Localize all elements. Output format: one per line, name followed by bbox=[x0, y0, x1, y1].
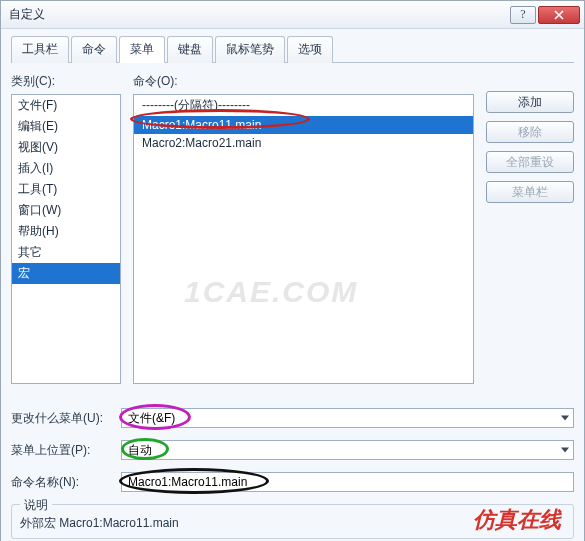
cmd-name-row: 命令名称(N): Macro1:Macro11.main bbox=[11, 472, 574, 492]
list-item[interactable]: 帮助(H) bbox=[12, 221, 120, 242]
list-item[interactable]: 视图(V) bbox=[12, 137, 120, 158]
dialog-title: 自定义 bbox=[9, 6, 508, 23]
commands-column: 命令(O): --------(分隔符)-------- Macro1:Macr… bbox=[133, 73, 474, 384]
list-item[interactable]: 工具(T) bbox=[12, 179, 120, 200]
commands-listbox[interactable]: --------(分隔符)-------- Macro1:Macro11.mai… bbox=[133, 94, 474, 384]
menu-pos-row: 菜单上位置(P): 自动 bbox=[11, 440, 574, 460]
remove-button[interactable]: 移除 bbox=[486, 121, 574, 143]
categories-label: 类别(C): bbox=[11, 73, 121, 90]
description-title: 说明 bbox=[20, 497, 52, 514]
change-menu-label: 更改什么菜单(U): bbox=[11, 410, 121, 427]
list-item[interactable]: Macro1:Macro11.main bbox=[134, 116, 473, 134]
commands-label: 命令(O): bbox=[133, 73, 474, 90]
tab-mouse-gesture[interactable]: 鼠标笔势 bbox=[215, 36, 285, 63]
menu-pos-label: 菜单上位置(P): bbox=[11, 442, 121, 459]
change-menu-value: 文件(&F) bbox=[128, 410, 175, 427]
customize-dialog: 自定义 ? 工具栏 命令 菜单 键盘 鼠标笔势 选项 类别(C): 文件(F) … bbox=[0, 0, 585, 541]
tab-menu[interactable]: 菜单 bbox=[119, 36, 165, 63]
categories-listbox[interactable]: 文件(F) 编辑(E) 视图(V) 插入(I) 工具(T) 窗口(W) 帮助(H… bbox=[11, 94, 121, 384]
tab-command[interactable]: 命令 bbox=[71, 36, 117, 63]
chevron-down-icon bbox=[561, 448, 569, 453]
tab-strip: 工具栏 命令 菜单 键盘 鼠标笔势 选项 bbox=[11, 35, 574, 63]
help-button[interactable]: ? bbox=[510, 6, 536, 24]
list-item[interactable]: 编辑(E) bbox=[12, 116, 120, 137]
add-button[interactable]: 添加 bbox=[486, 91, 574, 113]
list-item[interactable]: 宏 bbox=[12, 263, 120, 284]
list-item[interactable]: 插入(I) bbox=[12, 158, 120, 179]
tab-keyboard[interactable]: 键盘 bbox=[167, 36, 213, 63]
tab-toolbar[interactable]: 工具栏 bbox=[11, 36, 69, 63]
chevron-down-icon bbox=[561, 416, 569, 421]
change-menu-combo[interactable]: 文件(&F) bbox=[121, 408, 574, 428]
dialog-body: 工具栏 命令 菜单 键盘 鼠标笔势 选项 类别(C): 文件(F) 编辑(E) … bbox=[1, 29, 584, 541]
cmd-name-value: Macro1:Macro11.main bbox=[128, 475, 247, 489]
close-button[interactable] bbox=[538, 6, 580, 24]
close-icon bbox=[554, 10, 564, 20]
menubar-button[interactable]: 菜单栏 bbox=[486, 181, 574, 203]
list-item[interactable]: 其它 bbox=[12, 242, 120, 263]
branding-text: 仿真在线 bbox=[473, 505, 561, 535]
menu-pos-value: 自动 bbox=[128, 442, 152, 459]
reset-all-button[interactable]: 全部重设 bbox=[486, 151, 574, 173]
cmd-name-input[interactable]: Macro1:Macro11.main bbox=[121, 472, 574, 492]
action-buttons-column: 添加 移除 全部重设 菜单栏 bbox=[486, 73, 574, 384]
list-item[interactable]: 文件(F) bbox=[12, 95, 120, 116]
list-item[interactable]: 窗口(W) bbox=[12, 200, 120, 221]
list-item[interactable]: --------(分隔符)-------- bbox=[134, 95, 473, 116]
categories-column: 类别(C): 文件(F) 编辑(E) 视图(V) 插入(I) 工具(T) 窗口(… bbox=[11, 73, 121, 384]
titlebar: 自定义 ? bbox=[1, 1, 584, 29]
cmd-name-label: 命令名称(N): bbox=[11, 474, 121, 491]
watermark-text: 1CAE.COM bbox=[184, 275, 358, 309]
tab-options[interactable]: 选项 bbox=[287, 36, 333, 63]
change-menu-row: 更改什么菜单(U): 文件(&F) bbox=[11, 408, 574, 428]
list-item[interactable]: Macro2:Macro21.main bbox=[134, 134, 473, 152]
menu-pos-combo[interactable]: 自动 bbox=[121, 440, 574, 460]
main-row: 类别(C): 文件(F) 编辑(E) 视图(V) 插入(I) 工具(T) 窗口(… bbox=[11, 73, 574, 384]
